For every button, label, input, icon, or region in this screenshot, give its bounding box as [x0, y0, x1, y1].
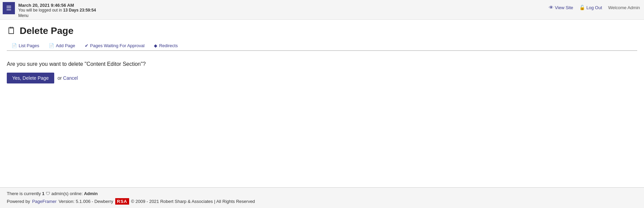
- datetime-display: March 20, 2021 9:46:56 AM: [18, 3, 96, 8]
- page-content: 🗒 Delete Page 📄 List Pages 📄 Add Page ✔ …: [0, 20, 644, 187]
- top-bar-right: 👁 View Site 🔓 Log Out Welcome Admin: [549, 2, 640, 10]
- pageframer-link[interactable]: PageFramer: [32, 199, 57, 204]
- menu-label: Menu: [18, 13, 96, 18]
- tab-add-page[interactable]: 📄 Add Page: [44, 41, 80, 50]
- confirm-actions: Yes, Delete Page or Cancel: [7, 73, 637, 83]
- welcome-text: Welcome Admin: [608, 5, 640, 10]
- delete-button[interactable]: Yes, Delete Page: [7, 73, 54, 83]
- footer-powered-line: Powered by PageFramer Version: 5.1.006 -…: [7, 198, 637, 205]
- rsa-logo: RSA: [115, 198, 129, 205]
- view-site-link[interactable]: 👁 View Site: [549, 5, 573, 10]
- list-pages-icon: 📄: [12, 43, 17, 48]
- top-bar-info: March 20, 2021 9:46:56 AM You will be lo…: [18, 2, 96, 13]
- tab-pages-waiting[interactable]: ✔ Pages Waiting For Approval: [80, 41, 149, 50]
- top-bar: ☰ March 20, 2021 9:46:56 AM You will be …: [0, 0, 644, 20]
- page-title: Delete Page: [20, 25, 74, 36]
- menu-icon-button[interactable]: ☰: [3, 2, 15, 14]
- add-page-icon: 📄: [49, 43, 54, 48]
- cancel-link[interactable]: Cancel: [63, 75, 78, 81]
- logout-icon: 🔓: [579, 5, 585, 10]
- nav-tabs: 📄 List Pages 📄 Add Page ✔ Pages Waiting …: [7, 41, 637, 51]
- page-title-row: 🗒 Delete Page: [7, 25, 637, 36]
- logout-link[interactable]: 🔓 Log Out: [579, 5, 602, 10]
- confirm-section: Are you sure you want to delete "Content…: [7, 58, 637, 87]
- pages-waiting-icon: ✔: [85, 43, 88, 48]
- top-bar-left: ☰ March 20, 2021 9:46:56 AM You will be …: [3, 2, 96, 18]
- footer-admin-line: There is currently 1 🛡 admin(s) online: …: [7, 191, 637, 196]
- or-cancel-text: or Cancel: [58, 75, 78, 81]
- tab-redirects[interactable]: ◆ Redirects: [149, 41, 182, 50]
- footer: There is currently 1 🛡 admin(s) online: …: [0, 187, 644, 208]
- eye-icon: 👁: [549, 5, 554, 10]
- confirm-question: Are you sure you want to delete "Content…: [7, 61, 637, 67]
- page-title-icon: 🗒: [7, 25, 16, 36]
- shield-icon: 🛡: [46, 191, 50, 196]
- redirects-icon: ◆: [154, 43, 157, 48]
- tab-list-pages[interactable]: 📄 List Pages: [7, 41, 44, 50]
- logout-warning: You will be logged out in 13 Days 23:59:…: [18, 8, 96, 13]
